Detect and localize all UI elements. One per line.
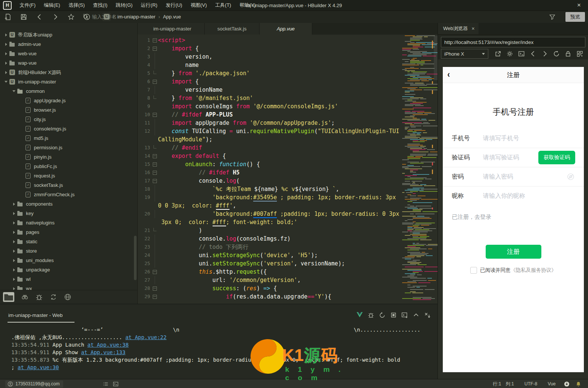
tree-item-pinyin.js[interactable]: Jpinyin.js (0, 152, 137, 162)
cursor-col[interactable]: 列:1 (500, 381, 519, 387)
vue-icon[interactable] (356, 312, 363, 318)
tree-item-request.js[interactable]: Jrequest.js (0, 171, 137, 180)
chevron-right-icon[interactable] (13, 278, 15, 281)
tree-item-static[interactable]: static (0, 237, 137, 246)
chevron-right-icon[interactable] (5, 33, 7, 36)
fold-icon[interactable] (153, 270, 157, 274)
lock-icon[interactable] (565, 50, 571, 57)
tree-item-socketTask.js[interactable]: JsocketTask.js (0, 180, 137, 190)
chevron-right-icon[interactable] (5, 71, 7, 74)
refresh-icon[interactable] (553, 50, 560, 57)
debug-icon[interactable] (35, 293, 43, 301)
tree-item-browser.js[interactable]: Jbrowser.js (0, 105, 137, 115)
editor-tab-socketTask.js[interactable]: socketTask.js (205, 23, 260, 35)
file-search-input[interactable]: 输入文件名 (82, 14, 346, 20)
field-input[interactable]: 请填写验证码 (483, 154, 519, 162)
menu-3[interactable]: 选择(S) (64, 0, 89, 11)
editor-tab-App.vue[interactable]: App.vue (260, 23, 312, 35)
notifications-icon[interactable] (576, 381, 581, 387)
menu-9[interactable]: 工具(T) (211, 0, 236, 11)
open-external-icon[interactable] (495, 50, 501, 57)
back-icon[interactable] (530, 50, 536, 57)
fold-icon[interactable] (153, 171, 157, 175)
browser-tab[interactable]: Web浏览器 × (438, 23, 479, 34)
tree-item-consoleImgs.js[interactable]: JconsoleImgs.js (0, 124, 137, 133)
menu-10[interactable]: 帮助(Y) (235, 0, 260, 11)
tree-item-admin-vue[interactable]: admin-vue (0, 39, 137, 49)
forward-icon[interactable] (541, 50, 548, 57)
outline-icon[interactable] (103, 381, 108, 387)
console-icon[interactable] (518, 50, 525, 57)
debug-icon[interactable] (368, 312, 374, 318)
filter-icon[interactable] (549, 14, 556, 20)
search-icon[interactable] (21, 293, 29, 301)
chevron-right-icon[interactable] (5, 43, 7, 46)
editor-minimap[interactable] (401, 35, 438, 304)
tree-item-uni_modules[interactable]: uni_modules (0, 256, 137, 265)
stop-icon[interactable] (390, 312, 397, 318)
tree-item-permission.js[interactable]: Jpermission.js (0, 143, 137, 152)
fold-icon[interactable] (153, 47, 157, 51)
chevron-down-icon[interactable] (12, 90, 15, 92)
chevron-right-icon[interactable] (13, 259, 15, 262)
tree-item-wl[interactable]: wl (0, 274, 137, 284)
tree-item-web-vue[interactable]: web-vue (0, 49, 137, 58)
fold-icon[interactable] (153, 179, 157, 183)
update-icon[interactable] (564, 381, 570, 387)
source-link[interactable]: at App.vue:30 (18, 364, 59, 370)
plugins-icon[interactable] (64, 293, 71, 301)
fold-icon[interactable] (153, 286, 157, 291)
chevron-right-icon[interactable] (13, 203, 15, 206)
tree-scrollbar[interactable] (134, 236, 137, 280)
chevron-right-icon[interactable] (13, 221, 15, 224)
menu-1[interactable]: 文件(F) (15, 0, 40, 11)
tree-item-zmmFormCheck.js[interactable]: JzmmFormCheck.js (0, 190, 137, 199)
close-icon[interactable] (424, 312, 431, 318)
source-link[interactable]: at App.vue:22 (125, 334, 167, 340)
menu-6[interactable]: 运行(R) (137, 0, 161, 11)
chevron-right-icon[interactable] (13, 212, 15, 215)
chevron-right-icon[interactable] (13, 240, 15, 243)
save-icon[interactable] (20, 14, 27, 20)
agreement-link[interactable]: 《隐私及服务协议》 (511, 267, 556, 274)
menu-5[interactable]: 跳转(G) (112, 0, 137, 11)
agreement-checkbox[interactable] (470, 267, 477, 274)
browser-tab-close-icon[interactable]: × (472, 26, 475, 32)
chevron-right-icon[interactable] (5, 52, 7, 55)
tree-item-md5.js[interactable]: Jmd5.js (0, 133, 137, 143)
tree-item-帝启版本uniapp[interactable]: U帝启版本uniapp (0, 30, 137, 39)
console-tab[interactable]: im-uniapp-master - Web (8, 312, 63, 318)
menu-2[interactable]: 编辑(E) (40, 0, 64, 11)
device-select[interactable]: iPhone X (441, 49, 488, 59)
menu-7[interactable]: 发行(U) (161, 0, 186, 11)
files-view-button[interactable] (3, 292, 14, 302)
restart-icon[interactable] (379, 312, 386, 318)
terminal-icon[interactable] (113, 381, 119, 387)
menu-4[interactable]: 查找(I) (89, 0, 111, 11)
field-input[interactable]: 请输入密码 (483, 173, 513, 181)
code-editor[interactable]: 1<script>2 import {3 version,4 name5 } f… (138, 35, 401, 305)
tree-item-im-uniapp-master[interactable]: Uim-uniapp-master (0, 77, 137, 86)
chevron-right-icon[interactable] (5, 62, 7, 65)
fold-icon[interactable] (153, 38, 157, 42)
browser-url-input[interactable]: http://localhost:5173/#/wx/register/inde… (441, 37, 585, 47)
back-chevron-icon[interactable]: ‹ (447, 69, 450, 80)
back-icon[interactable] (36, 14, 43, 20)
close-window-button[interactable]: × (574, 0, 583, 11)
fold-icon[interactable] (153, 80, 157, 84)
preview-button[interactable]: 预览 (565, 12, 585, 22)
source-link[interactable]: at App.vue:38 (87, 342, 129, 348)
tree-item-store[interactable]: store (0, 246, 137, 256)
encoding[interactable]: UTF-8 (519, 381, 542, 386)
field-input[interactable]: 请输入你的昵称 (483, 192, 525, 200)
register-submit-button[interactable]: 注册 (486, 245, 541, 259)
fold-icon[interactable] (153, 162, 157, 167)
collapse-icon[interactable] (413, 312, 419, 318)
tree-item-common[interactable]: common (0, 86, 137, 96)
tree-item-unpackage[interactable]: unpackage (0, 265, 137, 274)
editor-tab-im-uniapp-master[interactable]: im-uniapp-master (138, 23, 205, 35)
source-link[interactable]: at App.vue:133 (81, 349, 125, 355)
get-code-button[interactable]: 获取验证码 (538, 151, 575, 164)
account-chip[interactable]: 1735031199@qq.com (5, 380, 63, 388)
goto-login-link[interactable]: 已注册，去登录 (452, 214, 584, 221)
